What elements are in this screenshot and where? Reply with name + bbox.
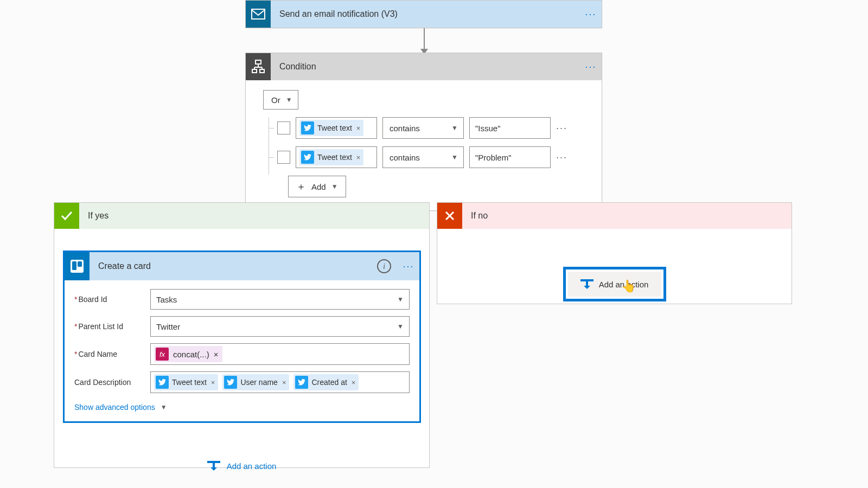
- value-board-id: Tasks: [156, 295, 177, 304]
- condition-field-input[interactable]: Tweet text ×: [296, 117, 377, 139]
- add-condition-button[interactable]: ＋ Add ▼: [288, 176, 346, 197]
- token-remove[interactable]: ×: [350, 378, 356, 387]
- add-action-yes-button[interactable]: Add an action: [63, 461, 420, 471]
- token-label: Tweet text: [172, 378, 207, 387]
- logic-operator-select[interactable]: Or ▼: [263, 90, 298, 110]
- add-action-icon: [207, 461, 220, 471]
- label-board-id: *Board Id: [74, 295, 150, 304]
- add-action-label: Add an action: [227, 461, 277, 471]
- step-menu-email[interactable]: ···: [580, 9, 602, 20]
- step-condition: Condition ··· Or ▼ Tweet text: [245, 53, 602, 211]
- svg-rect-0: [252, 9, 265, 19]
- step-send-email: Send an email notification (V3) ···: [245, 0, 602, 28]
- token-label: User name: [240, 378, 277, 387]
- token-remove[interactable]: ×: [281, 378, 286, 387]
- add-action-icon: [580, 279, 593, 289]
- info-icon[interactable]: i: [377, 259, 391, 273]
- input-board-id[interactable]: Tasks ▼: [150, 289, 410, 310]
- chevron-down-icon: ▼: [331, 183, 338, 190]
- token-label: Tweet text: [317, 153, 352, 162]
- value-text: "Issue": [475, 124, 501, 133]
- condition-operator-select[interactable]: contains ▼: [382, 117, 464, 139]
- branch-title-no: If no: [462, 211, 488, 221]
- twitter-icon: [301, 121, 314, 134]
- label-card-name: *Card Name: [74, 350, 150, 358]
- action-title: Create a card: [90, 261, 377, 271]
- branch-if-no: If no Add an action: [437, 202, 792, 304]
- row-menu[interactable]: ···: [556, 123, 567, 134]
- branch-header-no[interactable]: If no: [437, 203, 792, 229]
- chevron-down-icon: ▼: [397, 296, 404, 303]
- branch-if-yes: If yes Create a card i ··· *Board Id Tas…: [54, 202, 430, 468]
- row-menu[interactable]: ···: [556, 152, 567, 163]
- token-remove[interactable]: ×: [210, 378, 215, 387]
- condition-row: Tweet text × contains ▼ "Problem" ···: [274, 146, 584, 168]
- plus-icon: ＋: [296, 180, 306, 193]
- action-menu[interactable]: ···: [398, 261, 419, 272]
- value-parent-list: Twitter: [156, 322, 180, 331]
- svg-rect-5: [72, 261, 76, 270]
- step-header-condition[interactable]: Condition ···: [246, 53, 602, 80]
- fx-icon: fx: [156, 348, 169, 361]
- label-parent-list: *Parent List Id: [74, 322, 150, 331]
- condition-field-input[interactable]: Tweet text ×: [296, 146, 377, 168]
- token-remove[interactable]: ×: [355, 124, 361, 132]
- add-action-label: Add an action: [599, 280, 649, 289]
- input-parent-list[interactable]: Twitter ▼: [150, 316, 410, 337]
- action-header-create-card[interactable]: Create a card i ···: [65, 252, 419, 280]
- svg-rect-3: [260, 69, 264, 73]
- operator-label: contains: [390, 124, 420, 133]
- token-remove[interactable]: ×: [214, 350, 219, 359]
- chevron-down-icon: ▼: [451, 124, 458, 132]
- token-remove[interactable]: ×: [355, 153, 361, 162]
- token-tweet-text: Tweet text ×: [154, 374, 218, 390]
- token-label: Tweet text: [317, 124, 352, 132]
- twitter-icon: [156, 376, 169, 389]
- check-icon: [54, 203, 79, 229]
- input-card-name[interactable]: fx concat(...) ×: [150, 343, 410, 365]
- svg-rect-6: [78, 261, 82, 267]
- add-label: Add: [311, 182, 326, 191]
- branch-title-yes: If yes: [79, 211, 108, 221]
- step-header-email[interactable]: Send an email notification (V3) ···: [246, 1, 602, 28]
- token-user-name: User name ×: [222, 374, 289, 390]
- input-card-desc[interactable]: Tweet text × User name × Created at: [150, 371, 410, 393]
- add-action-no-button[interactable]: Add an action: [568, 272, 661, 297]
- chevron-down-icon: ▼: [451, 153, 458, 161]
- token-tweet-text: Tweet text ×: [299, 120, 363, 136]
- flow-arrow-icon: [424, 28, 425, 50]
- trello-icon: [65, 252, 90, 280]
- row-checkbox[interactable]: [277, 151, 290, 164]
- token-created-at: Created at ×: [293, 374, 359, 390]
- condition-body: Or ▼ Tweet text ×: [246, 80, 602, 210]
- value-text: "Problem": [475, 153, 512, 162]
- label-card-desc: Card Description: [74, 378, 150, 387]
- twitter-icon: [224, 376, 237, 389]
- logic-operator-label: Or: [271, 95, 280, 105]
- step-title-email: Send an email notification (V3): [271, 9, 580, 19]
- show-advanced-toggle[interactable]: Show advanced options ▼: [74, 403, 167, 412]
- operator-label: contains: [390, 153, 420, 162]
- row-checkbox[interactable]: [277, 121, 290, 134]
- twitter-icon: [295, 376, 308, 389]
- condition-operator-select[interactable]: contains ▼: [382, 146, 464, 168]
- chevron-down-icon: ▼: [286, 96, 292, 104]
- condition-icon: [246, 53, 271, 80]
- fx-text: concat(...): [173, 350, 209, 359]
- token-tweet-text: Tweet text ×: [299, 149, 363, 165]
- chevron-down-icon: ▼: [397, 323, 404, 330]
- condition-row: Tweet text × contains ▼ "Issue" ···: [274, 117, 584, 139]
- condition-value-input[interactable]: "Problem": [469, 146, 551, 168]
- twitter-icon: [301, 151, 314, 164]
- step-title-condition: Condition: [271, 62, 580, 72]
- branch-header-yes[interactable]: If yes: [54, 203, 429, 229]
- svg-rect-1: [256, 60, 261, 64]
- action-create-card: Create a card i ··· *Board Id Tasks ▼ *P…: [63, 251, 421, 423]
- token-label: Created at: [311, 378, 347, 387]
- condition-value-input[interactable]: "Issue": [469, 117, 551, 139]
- add-action-no-highlight: Add an action: [563, 267, 666, 301]
- step-menu-condition[interactable]: ···: [580, 61, 602, 73]
- chevron-down-icon: ▼: [161, 403, 167, 411]
- email-icon: [246, 1, 271, 28]
- svg-rect-2: [252, 69, 257, 73]
